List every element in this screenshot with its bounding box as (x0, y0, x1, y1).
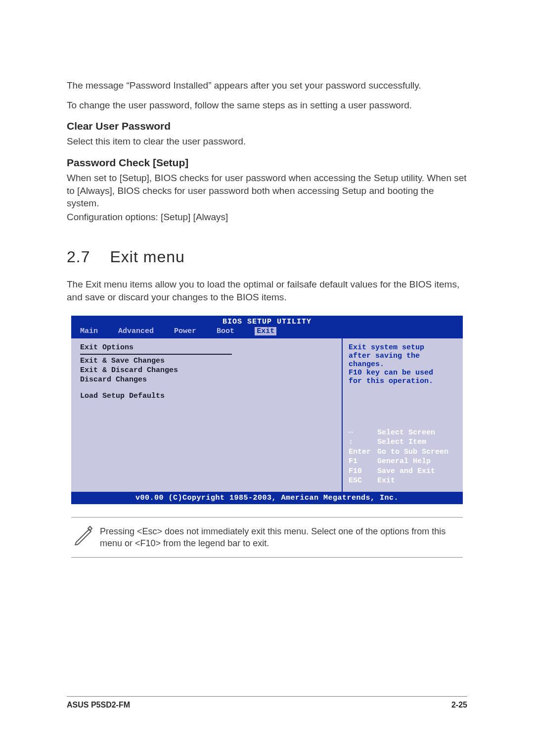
key-f10: F10 (349, 467, 377, 476)
bios-legend: ↔Select Screen ↕Select Item EnterGo to S… (349, 428, 457, 486)
page-content: The message “Password Installed” appears… (0, 0, 534, 587)
bios-option-save-exit[interactable]: Exit & Save Changes (80, 357, 333, 365)
heading-clear-password: Clear User Password (67, 120, 467, 132)
bios-tab-advanced[interactable]: Advanced (118, 327, 154, 335)
bios-tabs: Main Advanced Power Boot Exit (71, 326, 463, 337)
bios-help-line: changes. (349, 360, 457, 369)
legend-desc: Save and Exit (377, 467, 435, 476)
bios-exit-options-heading: Exit Options (80, 343, 333, 352)
footer-page-number: 2-25 (451, 701, 467, 709)
legend-desc: Select Screen (377, 428, 435, 438)
pencil-icon (73, 525, 100, 547)
paragraph: The message “Password Installed” appears… (67, 79, 467, 92)
section-title: Exit menu (110, 248, 184, 266)
bios-left-pane: Exit Options Exit & Save Changes Exit & … (71, 338, 342, 492)
key-left-right-icon: ↔ (349, 428, 377, 438)
paragraph: When set to [Setup], BIOS checks for use… (67, 172, 467, 210)
section-number: 2.7 (67, 248, 90, 266)
bios-tab-power[interactable]: Power (174, 327, 196, 335)
bios-footer: v00.00 (C)Copyright 1985-2003, American … (71, 492, 463, 504)
heading-password-check: Password Check [Setup] (67, 157, 467, 169)
bios-screenshot: BIOS SETUP UTILITY Main Advanced Power B… (71, 316, 463, 504)
bios-divider (80, 354, 232, 355)
bios-option-discard-exit[interactable]: Exit & Discard Changes (80, 366, 333, 375)
legend-desc: Exit (377, 476, 395, 486)
note-text: Pressing <Esc> does not immediately exit… (100, 525, 461, 550)
bios-title: BIOS SETUP UTILITY (71, 316, 463, 326)
bios-tab-main[interactable]: Main (80, 327, 98, 335)
paragraph: The Exit menu items allow you to load th… (67, 278, 467, 303)
key-f1: F1 (349, 457, 377, 467)
paragraph: Select this item to clear the user passw… (67, 135, 467, 148)
legend-desc: Go to Sub Screen (377, 447, 448, 457)
footer-product: ASUS P5SD2-FM (67, 701, 130, 709)
bios-option-load-defaults[interactable]: Load Setup Defaults (80, 392, 333, 400)
bios-right-pane: Exit system setup after saving the chang… (342, 338, 463, 492)
bios-tab-boot[interactable]: Boot (217, 327, 234, 335)
key-enter: Enter (349, 447, 377, 457)
bios-help-line: for this operation. (349, 377, 457, 385)
bios-help-line: after saving the (349, 352, 457, 360)
section-heading-exit-menu: 2.7Exit menu (67, 248, 467, 266)
bios-body: Exit Options Exit & Save Changes Exit & … (71, 337, 463, 492)
page-footer: ASUS P5SD2-FM 2-25 (67, 696, 467, 709)
bios-option-discard[interactable]: Discard Changes (80, 376, 333, 384)
paragraph: Configuration options: [Setup] [Always] (67, 211, 467, 224)
bios-tab-exit[interactable]: Exit (255, 327, 276, 335)
paragraph: To change the user password, follow the … (67, 99, 467, 112)
bios-help-line: Exit system setup (349, 343, 457, 352)
legend-desc: General Help (377, 457, 431, 467)
legend-desc: Select Item (377, 437, 426, 447)
note-box: Pressing <Esc> does not immediately exit… (71, 517, 463, 558)
bios-help-line: F10 key can be used (349, 369, 457, 377)
key-esc: ESC (349, 476, 377, 486)
key-up-down-icon: ↕ (349, 437, 377, 447)
